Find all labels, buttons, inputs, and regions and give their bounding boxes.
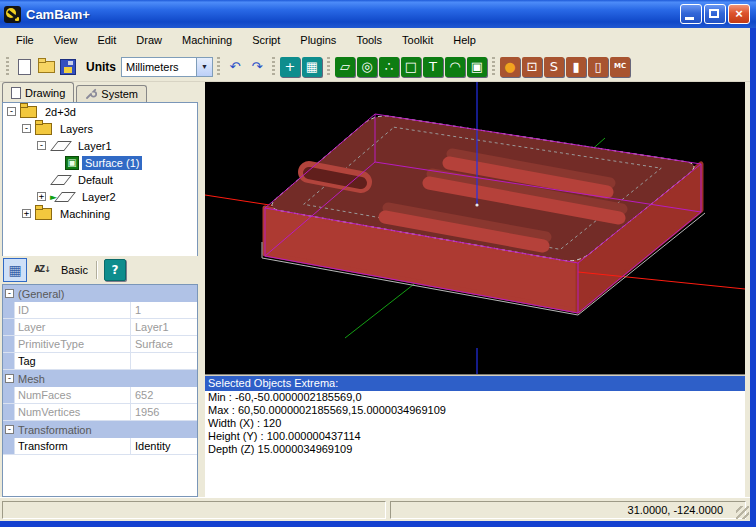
tree-expander[interactable]: + — [22, 209, 31, 218]
snap-points-button[interactable]: + — [280, 57, 300, 77]
property-name: ID — [15, 302, 131, 318]
property-category[interactable]: -Mesh — [3, 370, 197, 387]
draw-circle-button[interactable]: ◎ — [357, 57, 377, 77]
left-panel: DrawingSystem -2d+3d-Layers-Layer1▣Surfa… — [0, 82, 200, 497]
snap-grid-button[interactable]: ▦ — [302, 57, 322, 77]
menu-toolkit[interactable]: Toolkit — [392, 31, 443, 49]
menu-view[interactable]: View — [44, 31, 88, 49]
category-expander[interactable]: - — [5, 289, 14, 298]
tab-drawing[interactable]: Drawing — [2, 82, 74, 102]
layer-icon — [50, 141, 72, 151]
combo-dropdown-arrow-icon[interactable]: ▼ — [196, 58, 212, 76]
category-label: Mesh — [18, 373, 45, 385]
property-name: PrimitiveType — [15, 336, 131, 352]
property-value[interactable]: Surface — [131, 336, 197, 352]
window-border-right — [750, 28, 756, 527]
draw-rectangle-button[interactable]: □ — [401, 57, 421, 77]
toolbar-grip[interactable] — [217, 57, 220, 77]
wrench-icon — [85, 88, 97, 100]
menu-draw[interactable]: Draw — [126, 31, 172, 49]
tree-item[interactable]: ▣Surface (1) — [3, 154, 197, 171]
tree-expander[interactable]: + — [37, 192, 46, 201]
mop-drill-button[interactable]: ▮ — [566, 57, 586, 77]
folder-icon — [20, 106, 37, 118]
category-expander[interactable]: - — [5, 374, 14, 383]
mop-profile-button[interactable]: ● — [500, 57, 520, 77]
resize-grip[interactable] — [736, 506, 749, 519]
property-row: PrimitiveTypeSurface — [3, 336, 197, 353]
properties-toolbar: ▦ AZ↓ Basic ? — [0, 256, 200, 284]
tree-item[interactable]: -2d+3d — [3, 103, 197, 120]
redo-button[interactable]: ↷ — [247, 57, 267, 77]
units-combobox[interactable]: Millimeters ▼ — [121, 57, 213, 77]
draw-arc-button[interactable]: ◠ — [445, 57, 465, 77]
draw-points-button[interactable]: ∴ — [379, 57, 399, 77]
menu-machining[interactable]: Machining — [172, 31, 242, 49]
menu-plugins[interactable]: Plugins — [290, 31, 346, 49]
app-logo-icon[interactable] — [4, 6, 21, 23]
property-value[interactable]: Layer1 — [131, 319, 197, 335]
toolbar-grip[interactable] — [272, 57, 275, 77]
help-button[interactable]: ? — [104, 259, 126, 281]
property-value[interactable]: 1956 — [131, 404, 197, 420]
property-category[interactable]: -Transformation — [3, 421, 197, 438]
maximize-button[interactable] — [704, 4, 726, 24]
menu-script[interactable]: Script — [242, 31, 290, 49]
right-panel: Selected Objects Extrema: Min : -60,-50.… — [205, 82, 745, 497]
toolbar-grip[interactable] — [6, 57, 9, 77]
menu-help[interactable]: Help — [443, 31, 486, 49]
property-name: Layer — [15, 319, 131, 335]
alphabetical-sort-button[interactable]: AZ↓ — [30, 258, 54, 282]
menu-edit[interactable]: Edit — [87, 31, 126, 49]
mop-engrave-button[interactable]: S — [544, 57, 564, 77]
tree-label: Layer1 — [75, 139, 115, 153]
tree-item[interactable]: -Layers — [3, 120, 197, 137]
tree-expander[interactable]: - — [37, 141, 46, 150]
menu-tools[interactable]: Tools — [346, 31, 392, 49]
tree-expander[interactable]: - — [7, 107, 16, 116]
open-file-button[interactable] — [36, 57, 56, 77]
property-value[interactable] — [131, 353, 197, 369]
toolbar-grip[interactable] — [327, 57, 330, 77]
extrema-line: Height (Y) : 100.000000437114 — [205, 430, 745, 443]
menu-bar: FileViewEditDrawMachiningScriptPluginsTo… — [0, 28, 756, 52]
3d-viewport[interactable] — [205, 82, 745, 374]
tab-label: System — [101, 88, 138, 100]
snap-grid-button-icon: ▦ — [306, 60, 318, 73]
tree-label: Layer2 — [79, 190, 119, 204]
save-file-button[interactable] — [58, 57, 78, 77]
close-button[interactable]: × — [728, 4, 750, 24]
main-toolbar: Units Millimeters ▼ ↶↷ +▦ ▱◎∴□T◠▣ ●⊡S▮▯M… — [0, 52, 756, 82]
tree-item[interactable]: Default — [3, 171, 197, 188]
draw-text-button-icon: T — [429, 60, 437, 73]
minimize-button[interactable] — [680, 4, 702, 24]
category-expander[interactable]: - — [5, 425, 14, 434]
new-file-button[interactable] — [14, 57, 34, 77]
mop-gcode-button[interactable]: MC — [610, 57, 630, 77]
tree-expander[interactable]: - — [22, 124, 31, 133]
tab-system[interactable]: System — [76, 85, 147, 102]
mop-lathe-button[interactable]: ▯ — [588, 57, 608, 77]
undo-button[interactable]: ↶ — [225, 57, 245, 77]
view-mode-label: Basic — [61, 264, 88, 276]
menu-file[interactable]: File — [6, 31, 44, 49]
draw-surface-button[interactable]: ▣ — [467, 57, 487, 77]
property-row: TransformIdentity — [3, 438, 197, 455]
property-category[interactable]: -(General) — [3, 285, 197, 302]
toolbar-grip[interactable] — [492, 57, 495, 77]
draw-polyline-button[interactable]: ▱ — [335, 57, 355, 77]
draw-points-button-icon: ∴ — [385, 60, 393, 73]
property-value[interactable]: 1 — [131, 302, 197, 318]
property-value[interactable]: Identity — [131, 438, 197, 454]
app-window: CamBam+ × FileViewEditDrawMachiningScrip… — [0, 0, 756, 527]
tree-item[interactable]: +►Layer2 — [3, 188, 197, 205]
mop-pocket-button[interactable]: ⊡ — [522, 57, 542, 77]
tree-item[interactable]: +Machining — [3, 205, 197, 222]
categorized-view-button[interactable]: ▦ — [3, 258, 27, 282]
panel-tabs: DrawingSystem — [0, 82, 200, 102]
category-label: Transformation — [18, 424, 92, 436]
extrema-line: Min : -60,-50.0000002185569,0 — [205, 391, 745, 404]
property-value[interactable]: 652 — [131, 387, 197, 403]
draw-text-button[interactable]: T — [423, 57, 443, 77]
tree-item[interactable]: -Layer1 — [3, 137, 197, 154]
